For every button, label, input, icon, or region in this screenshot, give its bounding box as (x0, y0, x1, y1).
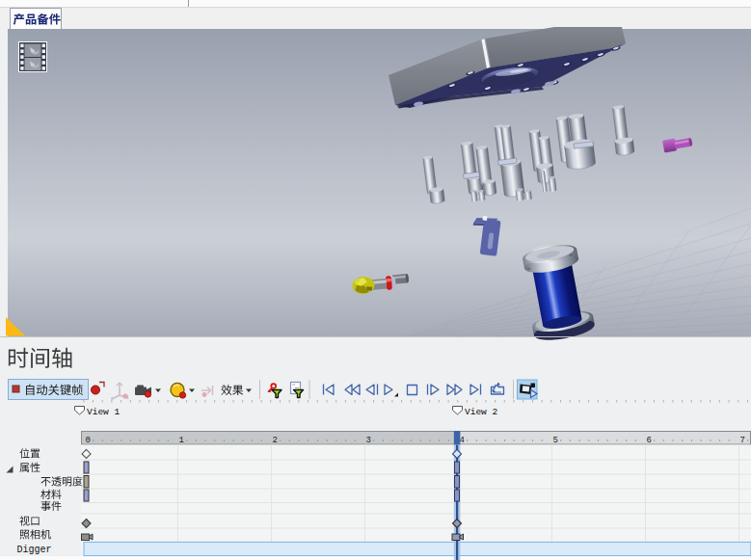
svg-text:Digger: Digger (17, 545, 52, 555)
svg-text:3: 3 (366, 436, 371, 445)
svg-text:1: 1 (179, 436, 184, 445)
svg-text:5: 5 (553, 436, 558, 445)
svg-text:2: 2 (273, 436, 278, 445)
svg-text:6: 6 (647, 436, 652, 445)
svg-text:View 1: View 1 (87, 407, 121, 417)
svg-text:0: 0 (86, 436, 91, 445)
svg-text:View 2: View 2 (465, 407, 498, 417)
svg-text:7: 7 (740, 436, 745, 445)
